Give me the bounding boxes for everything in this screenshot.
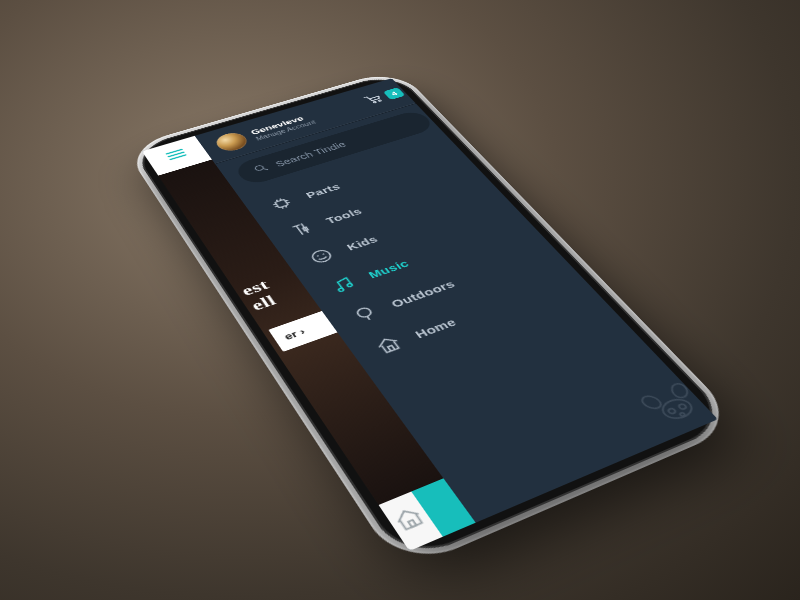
hamburger-icon[interactable] [164, 148, 189, 164]
cart-icon [361, 92, 387, 107]
svg-point-33 [679, 412, 685, 416]
svg-line-16 [287, 202, 290, 203]
chip-icon [265, 193, 299, 214]
svg-point-24 [338, 288, 344, 292]
category-label: Kids [344, 233, 380, 252]
svg-point-22 [317, 255, 320, 257]
svg-point-32 [670, 383, 689, 397]
bottom-tab-active[interactable] [411, 478, 475, 536]
screen: est ell er › [142, 78, 718, 551]
svg-point-21 [310, 249, 334, 265]
bottom-nav [379, 478, 476, 551]
category-label: Outdoors [388, 278, 457, 310]
svg-line-12 [285, 206, 286, 208]
cart-count-badge: 4 [383, 87, 406, 100]
svg-line-14 [275, 206, 278, 207]
category-label: Home [412, 316, 459, 341]
category-label: Tools [323, 206, 364, 226]
nav-drawer: Genevieve Manage Account 4 [195, 78, 718, 523]
svg-point-26 [355, 307, 373, 319]
smile-icon [304, 245, 339, 268]
avatar[interactable] [212, 130, 251, 154]
phone-frame: est ell er › [131, 72, 734, 564]
category-label: Parts [303, 181, 342, 200]
svg-line-27 [367, 317, 369, 320]
svg-point-6 [254, 165, 264, 171]
svg-rect-3 [408, 520, 416, 527]
svg-line-15 [285, 200, 288, 201]
search-icon [251, 163, 271, 177]
svg-line-11 [282, 207, 283, 209]
svg-point-30 [678, 403, 687, 409]
music-icon [325, 273, 361, 297]
svg-point-5 [378, 100, 381, 102]
svg-point-28 [658, 396, 697, 422]
tree-icon [347, 302, 384, 327]
tools-icon [284, 219, 318, 241]
svg-line-18 [296, 226, 302, 235]
svg-point-29 [667, 408, 676, 414]
house-icon [370, 332, 408, 358]
bottom-tab-home[interactable] [379, 492, 443, 552]
svg-point-25 [347, 283, 353, 287]
svg-line-7 [263, 168, 268, 171]
svg-point-23 [322, 253, 325, 255]
hero-cta-button[interactable]: er › [268, 310, 339, 351]
svg-point-31 [639, 394, 664, 411]
svg-line-13 [273, 204, 276, 205]
hero-cta-label: er › [282, 326, 307, 342]
category-label: Music [365, 257, 411, 280]
house-icon [389, 503, 433, 539]
svg-point-4 [373, 101, 376, 103]
svg-line-9 [276, 200, 277, 202]
mascot-icon [633, 378, 716, 435]
cart[interactable]: 4 [361, 86, 406, 107]
svg-line-10 [280, 199, 281, 201]
